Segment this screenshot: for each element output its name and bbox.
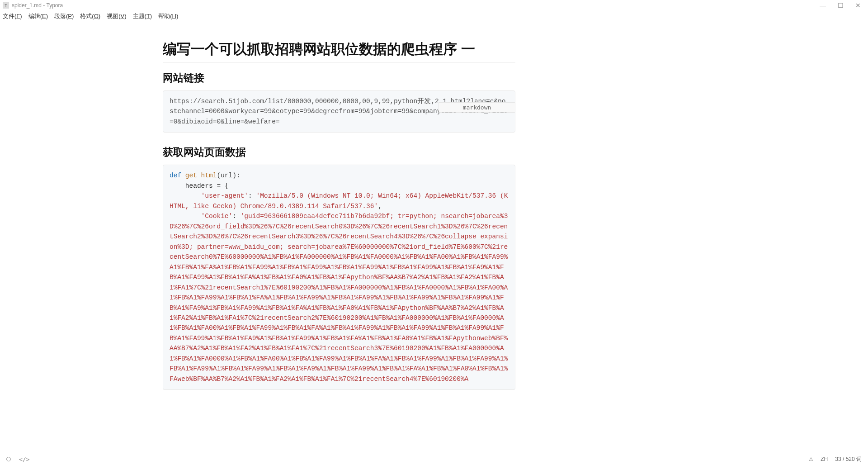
outline-toggle-icon[interactable] [6, 457, 11, 461]
menu-view[interactable]: 视图(V) [107, 12, 126, 20]
code-lang-label[interactable]: markdown [439, 102, 515, 113]
py-comma3: , [378, 203, 382, 210]
py-cookie-value: 'guid=9636661809caa4defcc711b7b6da92bf; … [170, 213, 508, 383]
app-icon: T [3, 2, 9, 9]
codeblock-python[interactable]: def get_html(url): headers = { 'user-age… [163, 165, 515, 390]
py-params: (url): [217, 172, 240, 179]
py-line2: headers = { [170, 182, 229, 190]
py-cookie-key: 'Cookie' [201, 213, 233, 220]
menu-theme[interactable]: 主题(T) [133, 12, 152, 20]
window-controls: — ☐ ✕ [820, 2, 865, 9]
py-colon4: : [232, 213, 240, 220]
py-indent3 [170, 192, 201, 199]
heading-2-getdata[interactable]: 获取网站页面数据 [163, 145, 515, 159]
status-lang[interactable]: ZH [821, 456, 828, 462]
heading-2-link[interactable]: 网站链接 [163, 71, 515, 85]
statusbar: </> ⚠ ZH 33 / 520 词 [0, 453, 868, 465]
py-function-name: get_html [185, 172, 217, 179]
menu-format[interactable]: 格式(O) [80, 12, 100, 20]
minimize-button[interactable]: — [820, 2, 826, 9]
menu-edit[interactable]: 编辑(E) [28, 12, 48, 20]
py-ua-key: 'user-agent' [201, 192, 248, 199]
py-colon3: : [248, 192, 256, 199]
titlebar: T spider_1.md - Typora — ☐ ✕ [0, 0, 868, 11]
menu-file[interactable]: 文件(F) [3, 12, 22, 20]
py-indent4 [170, 213, 201, 220]
window-title: spider_1.md - Typora [12, 2, 63, 9]
status-wordcount[interactable]: 33 / 520 词 [835, 456, 862, 463]
maximize-button[interactable]: ☐ [838, 2, 844, 9]
spellcheck-icon[interactable]: ⚠ [809, 456, 813, 462]
editor-area[interactable]: 编写一个可以抓取招聘网站职位数据的爬虫程序 一 网站链接 https://sea… [163, 26, 515, 451]
heading-1[interactable]: 编写一个可以抓取招聘网站职位数据的爬虫程序 一 [163, 40, 515, 63]
close-button[interactable]: ✕ [855, 2, 861, 9]
menu-help[interactable]: 帮助(H) [158, 12, 178, 20]
menu-paragraph[interactable]: 段落(P) [54, 12, 74, 20]
source-mode-icon[interactable]: </> [19, 456, 29, 463]
menubar: 文件(F) 编辑(E) 段落(P) 格式(O) 视图(V) 主题(T) 帮助(H… [0, 11, 868, 22]
py-keyword-def: def [170, 172, 181, 179]
codeblock-url-wrap: https://search.51job.com/list/000000,000… [163, 90, 515, 133]
